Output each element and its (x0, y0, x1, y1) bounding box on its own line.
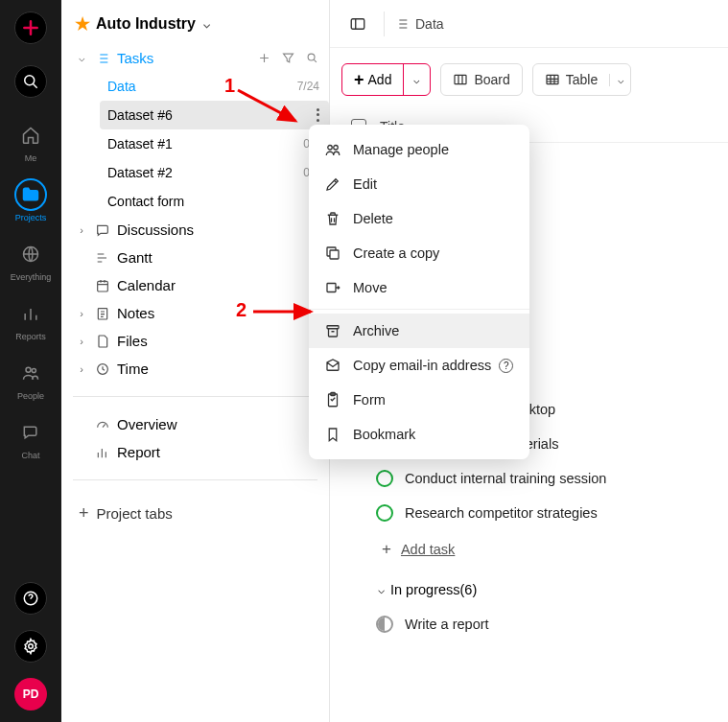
panel-toggle-button[interactable] (341, 8, 374, 40)
bookmark-icon (324, 426, 341, 443)
search-button[interactable] (8, 59, 54, 104)
nav-people-label: People (17, 391, 44, 401)
user-avatar[interactable]: PD (14, 678, 47, 710)
svg-rect-7 (98, 281, 108, 291)
gantt-icon (95, 250, 110, 266)
notes-node[interactable]: › Notes (71, 299, 329, 327)
ctx-move[interactable]: Move (309, 270, 529, 305)
report-node[interactable]: Report (71, 438, 329, 466)
nav-chat-label: Chat (21, 451, 39, 460)
plus-icon: + (79, 503, 89, 524)
data-tab[interactable]: Data (394, 16, 444, 32)
context-menu: Manage people Edit Delete Create a copy … (309, 125, 529, 459)
chat-icon (21, 423, 40, 442)
task-list-dataset6[interactable]: Dataset #6 (100, 101, 329, 129)
table-view-button[interactable]: Table ⌵ (532, 63, 631, 96)
status-circle-half[interactable] (376, 616, 393, 633)
ctx-copy[interactable]: Create a copy (309, 236, 529, 270)
calendar-node[interactable]: Calendar (71, 271, 329, 299)
calendar-icon (95, 278, 110, 293)
ctx-edit[interactable]: Edit (309, 167, 529, 201)
project-selector[interactable]: ★ Auto Industry ⌵ (61, 0, 329, 44)
add-dropdown[interactable]: ⌵ (403, 64, 430, 95)
nav-chat[interactable]: Chat (8, 410, 54, 466)
trash-icon (324, 210, 341, 227)
board-icon (453, 72, 468, 87)
svg-point-14 (334, 146, 339, 151)
nav-people[interactable]: People (8, 351, 54, 407)
nav-everything-label: Everything (11, 272, 52, 282)
help-button[interactable] (14, 582, 47, 615)
chevron-down-icon: ⌵ (203, 17, 210, 31)
more-icon[interactable] (316, 107, 319, 123)
discussions-node[interactable]: › Discussions (71, 216, 329, 244)
svg-rect-15 (330, 250, 339, 259)
add-task-button[interactable]: + Add task (330, 530, 728, 569)
search-icon[interactable] (305, 51, 319, 65)
nav-everything[interactable]: Everything (8, 232, 54, 288)
overview-node[interactable]: Overview (71, 410, 329, 438)
project-tabs-button[interactable]: + Project tabs (61, 494, 329, 533)
nav-rail: Me Projects Everything Reports People Ch… (0, 0, 61, 722)
files-node[interactable]: › Files (71, 327, 329, 355)
plus-icon: + (354, 70, 364, 90)
in-progress-group[interactable]: ⌵ In progress(6) (330, 569, 728, 607)
move-icon (324, 279, 341, 296)
nav-projects[interactable]: Projects (8, 173, 54, 228)
filter-icon[interactable] (281, 51, 295, 65)
svg-rect-16 (327, 284, 336, 292)
gear-icon (22, 638, 39, 655)
chevron-right-icon: › (75, 363, 88, 375)
quick-add-button[interactable] (14, 12, 47, 44)
project-sidebar: ★ Auto Industry ⌵ ⌵ Tasks Data 7/24 Data… (61, 0, 330, 722)
task-row[interactable]: Conduct internal training session (376, 461, 728, 496)
list-icon (95, 51, 110, 66)
chevron-down-icon[interactable]: ⌵ (609, 74, 624, 86)
copy-icon (324, 245, 341, 262)
mail-icon (324, 357, 341, 374)
chevron-right-icon: › (75, 224, 88, 236)
ctx-form[interactable]: Form (309, 383, 529, 417)
ctx-archive[interactable]: Archive (309, 314, 529, 348)
help-icon (22, 590, 39, 607)
chevron-down-icon: ⌵ (378, 583, 385, 596)
home-icon (21, 126, 40, 145)
plus-icon[interactable] (257, 51, 271, 65)
list-icon (394, 16, 410, 32)
task-list-data[interactable]: Data 7/24 (100, 72, 329, 101)
nav-projects-label: Projects (15, 213, 47, 222)
chevron-right-icon: › (75, 336, 88, 347)
svg-point-0 (25, 76, 35, 85)
notes-icon (95, 306, 110, 321)
task-list-dataset1[interactable]: Dataset #1 0/2 (100, 129, 329, 158)
ctx-copy-email[interactable]: Copy email-in address ? (309, 348, 529, 383)
settings-button[interactable] (14, 630, 47, 663)
plus-icon: + (382, 540, 391, 559)
status-circle[interactable] (376, 470, 393, 487)
task-row[interactable]: Research competitor strategies (376, 496, 728, 530)
add-button[interactable]: +Add ⌵ (341, 63, 431, 96)
svg-point-6 (308, 54, 315, 60)
tasks-node[interactable]: ⌵ Tasks (71, 44, 329, 72)
chevron-right-icon: › (75, 308, 88, 319)
task-row[interactable]: Write a report (376, 607, 728, 641)
board-view-button[interactable]: Board (440, 63, 522, 96)
help-icon: ? (499, 359, 513, 373)
folder-icon (21, 185, 40, 204)
gantt-node[interactable]: Gantt (71, 244, 329, 271)
svg-rect-12 (547, 75, 558, 83)
people-icon (21, 363, 40, 383)
ctx-bookmark[interactable]: Bookmark (309, 417, 529, 452)
ctx-manage-people[interactable]: Manage people (309, 132, 529, 167)
ctx-delete[interactable]: Delete (309, 201, 529, 236)
chevron-down-icon: ⌵ (75, 52, 88, 64)
task-list-dataset2[interactable]: Dataset #2 0/2 (100, 158, 329, 187)
task-list-contactform[interactable]: Contact form (100, 187, 329, 216)
nav-me[interactable]: Me (8, 113, 54, 169)
time-node[interactable]: › Time (71, 355, 329, 383)
svg-rect-11 (455, 75, 466, 83)
nav-reports[interactable]: Reports (8, 291, 54, 347)
archive-icon (324, 322, 341, 339)
status-circle[interactable] (376, 504, 393, 522)
pencil-icon (324, 175, 341, 193)
